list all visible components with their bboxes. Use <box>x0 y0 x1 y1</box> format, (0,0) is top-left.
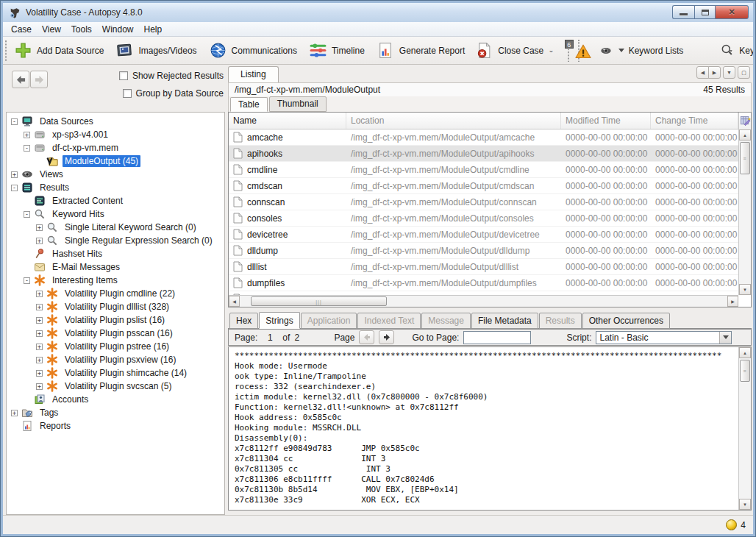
tree-expander-minus[interactable]: - <box>11 185 18 191</box>
column-header-change-time[interactable]: Change Time <box>651 113 738 129</box>
tree-item-volatility-plugin-dlllist-328[interactable]: +Volatility Plugin dlllist (328) <box>7 300 224 313</box>
close-button[interactable]: ✕ <box>716 5 749 19</box>
tree-item-tags[interactable]: +Tags <box>7 406 224 419</box>
scrollbar-thumb[interactable]: ≡ <box>740 360 750 382</box>
tree-expander-minus[interactable]: - <box>24 277 30 284</box>
table-row-consoles[interactable]: consoles/img_df-ct-xp-vm.mem/ModuleOutpu… <box>229 210 738 227</box>
table-row-cmdline[interactable]: cmdline/img_df-ct-xp-vm.mem/ModuleOutput… <box>229 162 738 178</box>
tree-item-xp-sp3-v4-001[interactable]: +xp-sp3-v4.001 <box>7 128 224 141</box>
scroll-up-button[interactable]: ▲ <box>739 129 751 141</box>
scrollbar-thumb[interactable]: ||| <box>251 296 387 306</box>
tree-item-views[interactable]: +Views <box>7 168 224 181</box>
tree-item-volatility-plugin-svcscan-5[interactable]: +Volatility Plugin svcscan (5) <box>7 380 224 393</box>
menu-tools[interactable]: Tools <box>66 23 97 36</box>
tree-item-data-sources[interactable]: -Data Sources <box>7 115 224 128</box>
table-row-amcache[interactable]: amcache/img_df-ct-xp-vm.mem/ModuleOutput… <box>229 129 738 146</box>
maximize-panel-button[interactable]: ▢ <box>738 66 750 79</box>
table-row-cmdscan[interactable]: cmdscan/img_df-ct-xp-vm.mem/ModuleOutput… <box>229 178 738 194</box>
tree-item-extracted-content[interactable]: Extracted Content <box>7 194 224 207</box>
table-row-devicetree[interactable]: devicetree/img_df-ct-xp-vm.mem/ModuleOut… <box>229 227 738 243</box>
tree-item-volatility-plugin-shimcache-14[interactable]: +Volatility Plugin shimcache (14) <box>7 366 224 380</box>
table-row-apihooks[interactable]: apihooks/img_df-ct-xp-vm.mem/ModuleOutpu… <box>229 146 738 162</box>
tab-scroll-right-button[interactable]: ▶ <box>708 66 721 79</box>
minimize-button[interactable] <box>672 5 694 19</box>
goto-page-input[interactable] <box>463 331 531 344</box>
tree-item-volatility-plugin-cmdline-22[interactable]: +Volatility Plugin cmdline (22) <box>7 287 224 300</box>
tree-item-volatility-plugin-psscan-16[interactable]: +Volatility Plugin psscan (16) <box>7 327 224 340</box>
tree-item-hashset-hits[interactable]: Hashset Hits <box>7 247 224 260</box>
next-page-button[interactable] <box>379 330 394 344</box>
show-rejected-results-checkbox[interactable] <box>119 71 128 80</box>
table-options-button[interactable] <box>738 113 751 129</box>
tab-thumbnail[interactable]: Thumbnail <box>269 96 327 112</box>
tree-expander-minus[interactable]: - <box>11 118 18 125</box>
timeline-button[interactable]: Timeline <box>305 39 368 62</box>
tab-scroll-left-button[interactable]: ◀ <box>696 66 709 79</box>
tree-expander-plus[interactable]: + <box>36 370 43 377</box>
column-header-location[interactable]: Location <box>346 113 561 129</box>
tree-item-results[interactable]: -Results <box>7 181 224 194</box>
tree-item-moduleoutput-45[interactable]: ModuleOutput (45) <box>7 154 224 168</box>
tab-list-dropdown-button[interactable]: ▼ <box>723 66 735 79</box>
generate-report-button[interactable]: Generate Report <box>373 39 468 62</box>
tab-file-metadata[interactable]: File Metadata <box>471 313 538 329</box>
scroll-up-button[interactable]: ▲ <box>739 347 751 358</box>
background-tasks-icon[interactable] <box>726 519 737 530</box>
tree-expander-plus[interactable]: + <box>36 330 43 337</box>
tree-expander-plus[interactable]: + <box>36 238 43 244</box>
scroll-right-button[interactable]: ▶ <box>727 296 738 307</box>
tree-item-single-regular-expression-search-0[interactable]: +Single Regular Expression Search (0) <box>7 234 224 247</box>
tree-expander-plus[interactable]: + <box>36 357 43 363</box>
menu-help[interactable]: Help <box>139 23 168 36</box>
text-vertical-scrollbar[interactable]: ▲ ≡ ▼ <box>738 347 751 510</box>
images-videos-button[interactable]: Images/Videos <box>112 39 200 62</box>
tree-expander-plus[interactable]: + <box>36 344 43 350</box>
history-back-button[interactable] <box>12 71 29 88</box>
tab-hex[interactable]: Hex <box>229 313 258 329</box>
table-row-dlldump[interactable]: dlldump/img_df-ct-xp-vm.mem/ModuleOutput… <box>229 243 738 259</box>
tree-item-keyword-hits[interactable]: -Keyword Hits <box>7 207 224 221</box>
tree-expander-minus[interactable]: - <box>24 145 30 152</box>
tree-expander-plus[interactable]: + <box>36 224 43 231</box>
tree-item-single-literal-keyword-search-0[interactable]: +Single Literal Keyword Search (0) <box>7 221 224 234</box>
column-header-modified-time[interactable]: Modified Time <box>561 113 651 129</box>
add-data-source-button[interactable]: Add Data Source <box>10 39 107 62</box>
table-row-connscan[interactable]: connscan/img_df-ct-xp-vm.mem/ModuleOutpu… <box>229 194 738 210</box>
tree-item-volatility-plugin-pstree-16[interactable]: +Volatility Plugin pstree (16) <box>7 340 224 353</box>
scroll-down-button[interactable]: ▼ <box>739 284 751 295</box>
table-row-dlllist[interactable]: dlllist/img_df-ct-xp-vm.mem/ModuleOutput… <box>229 259 738 275</box>
tree-expander-plus[interactable]: + <box>36 383 43 390</box>
tab-table[interactable]: Table <box>230 97 268 112</box>
table-vertical-scrollbar[interactable]: ▲ ≡ ▼ <box>738 129 751 295</box>
tab-strings[interactable]: Strings <box>259 312 299 329</box>
tree-item-df-ct-xp-vm-mem[interactable]: -df-ct-xp-vm.mem <box>7 141 224 154</box>
tab-listing[interactable]: Listing <box>228 66 279 82</box>
tree-item-volatility-plugin-pslist-16[interactable]: +Volatility Plugin pslist (16) <box>7 313 224 327</box>
keyword-search-button[interactable]: Keyword Search <box>716 41 756 60</box>
group-by-data-source-checkbox[interactable] <box>123 89 132 98</box>
maximize-button[interactable] <box>694 5 716 19</box>
tree-expander-minus[interactable]: - <box>24 211 30 218</box>
previous-page-button[interactable] <box>359 330 374 344</box>
script-select[interactable]: Latin - Basic <box>596 331 732 344</box>
scrollbar-thumb[interactable]: ≡ <box>740 142 750 174</box>
menu-view[interactable]: View <box>37 23 66 36</box>
keyword-lists-button[interactable]: Keyword Lists <box>594 43 688 59</box>
tree-expander-plus[interactable]: + <box>36 291 43 297</box>
scroll-down-button[interactable]: ▼ <box>739 499 751 510</box>
tree-item-accounts[interactable]: Accounts <box>7 393 224 406</box>
table-horizontal-scrollbar[interactable]: ◀ ||| ▶ <box>229 295 738 307</box>
close-case-button[interactable]: Close Case ⌄ <box>471 39 557 62</box>
communications-button[interactable]: Communications <box>205 39 301 62</box>
menu-case[interactable]: Case <box>6 23 37 36</box>
tree-item-e-mail-messages[interactable]: E-Mail Messages <box>7 260 224 274</box>
column-header-name[interactable]: Name <box>229 113 346 129</box>
tree-item-interesting-items[interactable]: -Interesting Items <box>7 274 224 287</box>
tab-other-occurrences[interactable]: Other Occurrences <box>582 313 670 329</box>
tree-expander-plus[interactable]: + <box>36 304 43 310</box>
tree-expander-plus[interactable]: + <box>36 317 43 324</box>
tree-expander-plus[interactable]: + <box>24 132 30 138</box>
tree-expander-plus[interactable]: + <box>11 171 18 178</box>
table-row-dumpfiles[interactable]: dumpfiles/img_df-ct-xp-vm.mem/ModuleOutp… <box>229 275 738 291</box>
menu-window[interactable]: Window <box>97 23 139 36</box>
